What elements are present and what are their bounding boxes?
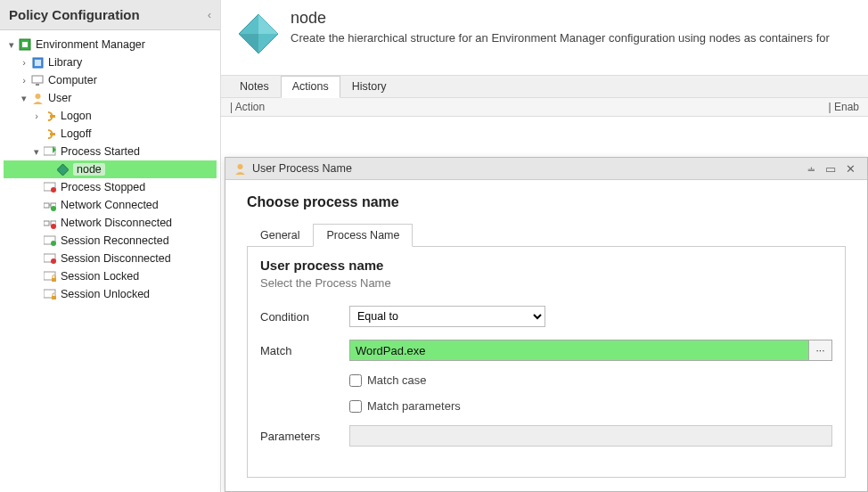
tree-label: Computer	[48, 74, 97, 86]
tree-label: Network Disconnected	[61, 217, 172, 229]
tab-notes[interactable]: Notes	[228, 76, 281, 97]
tree-logoff[interactable]: Logoff	[4, 125, 217, 143]
tree-session-reconnected[interactable]: Session Reconnected	[4, 232, 217, 250]
svg-point-17	[51, 206, 56, 211]
svg-rect-28	[52, 296, 56, 299]
svg-rect-3	[35, 60, 41, 66]
tree-network-connected[interactable]: Network Connected	[4, 196, 217, 214]
node-header: node Create the hierarchical structure f…	[221, 0, 868, 75]
tree-label: Session Unlocked	[61, 288, 150, 300]
browse-button[interactable]: ···	[809, 340, 832, 361]
tree-root[interactable]: ▾ Environment Manager	[4, 36, 217, 53]
match-case-label: Match case	[367, 373, 426, 387]
session-disconnected-icon	[43, 251, 57, 266]
library-icon	[30, 55, 45, 70]
tab-general[interactable]: General	[247, 224, 313, 247]
svg-point-32	[237, 164, 242, 169]
panel-title: User process name	[260, 258, 832, 273]
svg-rect-18	[44, 221, 49, 226]
svg-point-13	[51, 187, 56, 193]
svg-rect-8	[50, 133, 55, 135]
node-header-icon	[233, 9, 283, 59]
svg-rect-26	[52, 278, 56, 282]
parameters-label: Parameters	[260, 430, 349, 443]
condition-select[interactable]: Equal to	[349, 306, 545, 327]
tree-logon[interactable]: › Logon	[4, 107, 217, 125]
tree: ▾ Environment Manager › Library › Comput…	[0, 30, 220, 308]
tree-label: Logoff	[61, 127, 92, 140]
svg-rect-14	[44, 203, 49, 208]
tree-session-locked[interactable]: Session Locked	[4, 267, 217, 285]
tree-label: Session Locked	[61, 270, 139, 283]
computer-icon	[30, 73, 45, 87]
tree-label: Session Disconnected	[61, 252, 171, 265]
process-stopped-icon	[43, 180, 57, 194]
logoff-icon	[43, 127, 57, 141]
process-name-panel: User process name Select the Process Nam…	[247, 247, 846, 478]
tree-session-unlocked[interactable]: Session Unlocked	[4, 285, 217, 303]
sidebar-header: Policy Configuration ‹	[0, 0, 220, 30]
user-process-name-dialog: User Process Name ⫨ ▭ ✕ Choose process n…	[225, 157, 868, 492]
tree-session-disconnected[interactable]: Session Disconnected	[4, 250, 217, 267]
tree-label: Logon	[61, 110, 92, 122]
maximize-icon[interactable]: ▭	[821, 162, 840, 176]
session-locked-icon	[43, 269, 57, 283]
column-enabled: Enab	[834, 101, 859, 113]
tree-label: node	[73, 163, 105, 176]
match-parameters-checkbox[interactable]	[349, 400, 362, 413]
tree-label: Session Reconnected	[61, 234, 169, 247]
match-case-checkbox[interactable]	[349, 374, 362, 387]
tree-process-started[interactable]: ▾ Process Started	[4, 143, 217, 160]
svg-rect-1	[22, 42, 28, 47]
action-list-header: | Action | Enab	[221, 98, 868, 117]
tree-label: Library	[48, 56, 82, 69]
tab-history[interactable]: History	[340, 76, 398, 97]
dialog-heading: Choose process name	[247, 194, 846, 210]
svg-rect-7	[50, 115, 55, 118]
main-tabs: Notes Actions History	[221, 75, 868, 98]
close-icon[interactable]: ✕	[840, 162, 860, 176]
environment-manager-icon	[18, 37, 32, 52]
svg-marker-11	[57, 164, 69, 176]
dialog-titlebar[interactable]: User Process Name ⫨ ▭ ✕	[225, 158, 867, 180]
sidebar-title: Policy Configuration	[9, 7, 140, 22]
user-icon	[233, 161, 247, 176]
network-connected-icon	[43, 198, 57, 212]
tree-label: Process Stopped	[61, 181, 145, 193]
tab-actions[interactable]: Actions	[281, 76, 340, 98]
tree-library[interactable]: › Library	[4, 53, 217, 71]
svg-point-6	[35, 94, 40, 99]
svg-point-22	[51, 241, 56, 246]
tree-process-stopped[interactable]: Process Stopped	[4, 178, 217, 196]
tree-node[interactable]: node	[4, 160, 217, 178]
dialog-tabs: General Process Name	[247, 223, 846, 247]
logon-icon	[43, 109, 57, 123]
user-icon	[30, 91, 45, 105]
panel-sub: Select the Process Name	[260, 276, 832, 290]
session-unlocked-icon	[43, 287, 57, 301]
session-reconnected-icon	[43, 234, 57, 248]
match-label: Match	[260, 344, 349, 357]
svg-rect-4	[32, 76, 43, 83]
page-title: node	[291, 9, 830, 28]
tree-network-disconnected[interactable]: Network Disconnected	[4, 214, 217, 232]
svg-point-20	[51, 224, 56, 229]
collapse-sidebar-icon[interactable]: ‹	[208, 9, 211, 21]
svg-point-24	[51, 258, 56, 264]
dialog-title: User Process Name	[252, 162, 352, 175]
node-icon	[55, 162, 70, 176]
parameters-input	[349, 425, 832, 447]
tree-label: User	[48, 92, 71, 104]
network-disconnected-icon	[43, 216, 57, 230]
condition-label: Condition	[260, 310, 349, 324]
column-action: Action	[235, 101, 265, 113]
tree-computer[interactable]: › Computer	[4, 71, 217, 89]
tree-user[interactable]: ▾ User	[4, 89, 217, 107]
tab-process-name[interactable]: Process Name	[313, 224, 413, 247]
match-parameters-label: Match parameters	[367, 399, 461, 413]
tree-label: Network Connected	[61, 199, 159, 211]
tree-label: Process Started	[61, 145, 140, 158]
match-input[interactable]	[349, 340, 809, 361]
sidebar: Policy Configuration ‹ ▾ Environment Man…	[0, 0, 221, 492]
pin-icon[interactable]: ⫨	[801, 162, 821, 176]
